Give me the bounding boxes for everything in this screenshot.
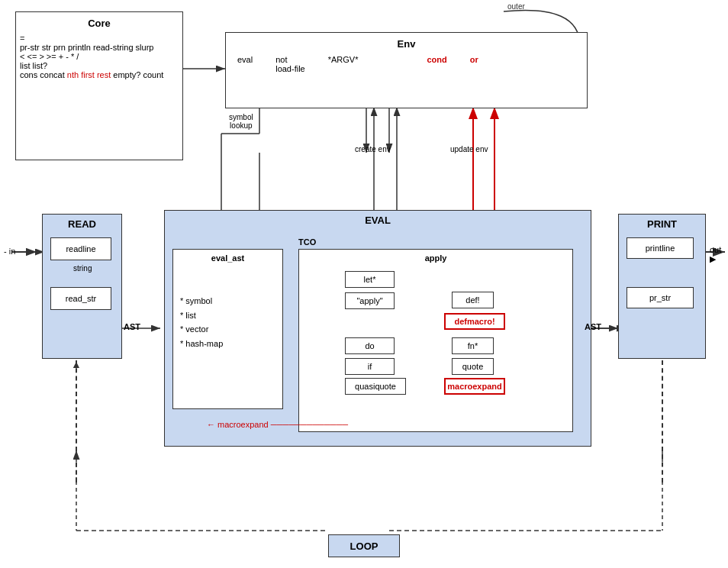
core-line2: pr-str str prn println read-string slurp <box>20 43 179 52</box>
eval-title: EVAL <box>167 213 588 228</box>
if-label: if <box>368 362 372 371</box>
eval-ast-box: eval_ast * symbol * list * vector * hash… <box>172 249 283 409</box>
out-label: out ▶ <box>710 245 728 264</box>
do-box: do <box>345 337 395 354</box>
fn-star-box: fn* <box>452 337 494 354</box>
readline-label: readline <box>66 244 95 253</box>
read-box: READ readline string read_str <box>42 214 122 359</box>
env-argv: *ARGV* <box>328 55 359 73</box>
in-label: - in <box>4 247 15 256</box>
pr-str-label: pr_str <box>649 293 671 302</box>
core-line4: list list? <box>20 61 179 70</box>
core-line3: < <= > >= + - * / <box>20 52 179 61</box>
create-env-label: create env <box>355 145 391 153</box>
core-box: Core = pr-str str prn println read-strin… <box>15 11 183 160</box>
apply-str-box: "apply" <box>345 292 395 309</box>
def-bang-label: def! <box>465 295 479 305</box>
printline-box: printline <box>627 237 694 259</box>
quote-box: quote <box>452 358 494 375</box>
up-arrow-left: ▲ <box>71 358 82 370</box>
apply-box: apply let* "apply" def! defmacro! do <box>298 249 573 432</box>
loop-box: LOOP <box>328 534 400 557</box>
core-title: Core <box>20 16 179 31</box>
env-eval: eval <box>237 55 253 73</box>
env-or: or <box>470 55 478 73</box>
eval-ast-item2: * list <box>180 308 279 323</box>
eval-ast-item1: * symbol <box>180 294 279 308</box>
update-env-label: update env <box>450 145 488 153</box>
quasiquote-box: quasiquote <box>345 378 406 395</box>
read-title: READ <box>45 217 119 231</box>
do-label: do <box>365 341 374 350</box>
dashed-right <box>662 360 663 482</box>
env-not-load: notload-file <box>275 55 305 73</box>
env-title: Env <box>230 37 583 51</box>
eval-ast-title: eval_ast <box>176 253 279 263</box>
ast-label-2: AST <box>585 322 601 331</box>
diagram: outer <box>0 0 728 568</box>
env-box: Env eval notload-file *ARGV* cond or <box>225 32 588 108</box>
quote-label: quote <box>462 362 484 371</box>
eval-box: EVAL eval_ast * symbol * list * vector *… <box>164 210 591 447</box>
if-box: if <box>345 358 395 375</box>
loop-title: LOOP <box>347 539 382 553</box>
apply-title: apply <box>302 253 569 263</box>
ast-label-1: AST <box>124 322 140 331</box>
read-str-box: read_str <box>50 287 111 310</box>
string-label-1: string <box>73 264 92 273</box>
env-cond: cond <box>427 55 446 73</box>
fn-star-label: fn* <box>468 341 478 350</box>
core-line5: cons concat nth first rest empty? count <box>20 70 179 79</box>
eval-ast-item3: * vector <box>180 322 279 337</box>
svg-text:outer: outer <box>507 2 525 11</box>
symbol-lookup-label: symbollookup <box>229 113 253 130</box>
apply-str-label: "apply" <box>356 296 382 305</box>
pr-str-box: pr_str <box>627 287 694 308</box>
eval-ast-item4: * hash-map <box>180 337 279 351</box>
dashed-left <box>76 360 77 482</box>
defmacro-box: defmacro! <box>444 313 505 330</box>
print-title: PRINT <box>621 217 703 231</box>
macroexpand-label-inner: macroexpand <box>447 382 502 391</box>
print-box: PRINT printline pr_str <box>618 214 706 359</box>
let-star-label: let* <box>364 275 376 284</box>
core-line1: = <box>20 34 179 43</box>
macroexpand-bottom-label: ← macroexpand ───────────── <box>207 420 348 429</box>
printline-label: printline <box>646 244 675 253</box>
tco-label: TCO <box>298 237 316 247</box>
readline-box: readline <box>50 237 111 260</box>
defmacro-label: defmacro! <box>454 317 494 326</box>
def-bang-box: def! <box>452 292 494 308</box>
let-star-box: let* <box>345 271 395 288</box>
macroexpand-box: macroexpand <box>444 378 505 395</box>
quasiquote-label: quasiquote <box>355 382 396 391</box>
read-str-label: read_str <box>66 294 96 303</box>
